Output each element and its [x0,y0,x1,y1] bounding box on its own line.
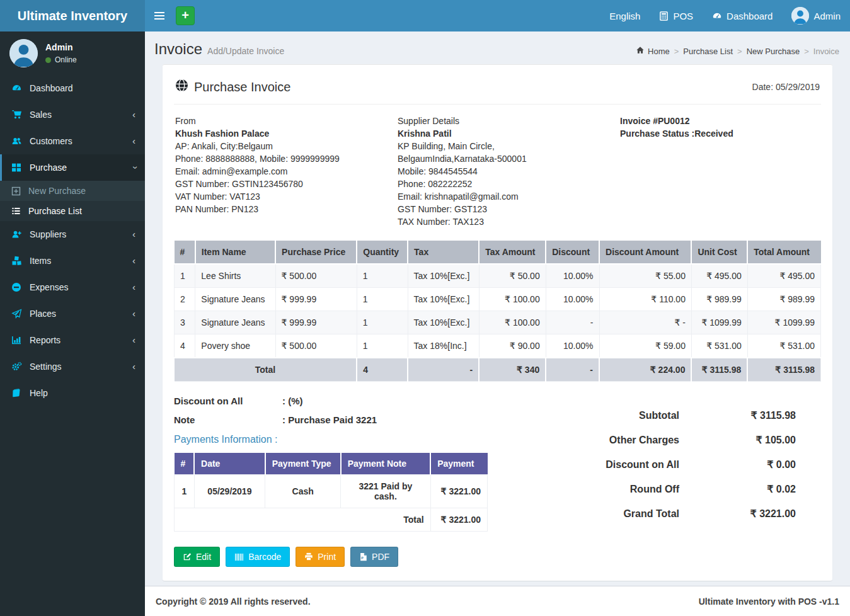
discount-on-all-line: Discount on All : (%) [174,396,537,406]
sidebar-item-expenses[interactable]: Expenses ‹ [0,274,145,300]
content-header: Invoice Add/Update Invoice Home > Purcha… [145,31,850,64]
items-total-row: Total 4 - ₹ 340 - ₹ 224.00 ₹ 3115.98 ₹ 3… [175,358,821,382]
sidebar-item-help[interactable]: Help [0,380,145,406]
note-line: Note : Purchase Paid 3221 [174,414,537,425]
plus-square-icon [11,186,21,196]
gauge-icon [11,83,23,93]
page-subtitle: Add/Update Invoice [207,46,284,56]
chevron-left-icon: ‹ [132,311,135,317]
action-buttons: Edit Barcode Print P PDF [174,547,821,567]
hamburger-icon [154,12,164,13]
sidebar-item-purchase[interactable]: Purchase ‹ [0,154,145,181]
supplier-name: Krishna Patil [398,127,620,140]
totals-summary: Subtotal ₹ 3115.98 Other Charges ₹ 105.0… [537,396,821,532]
avatar [9,39,38,67]
top-navbar: Ultimate Inventory + English POS [0,0,850,31]
summary-grand-total: Grand Total ₹ 3221.00 [537,501,796,526]
breadcrumb-home[interactable]: Home [636,46,670,56]
pdf-button[interactable]: P PDF [350,547,398,567]
chevron-down-icon: ‹ [131,166,137,169]
pos-link[interactable]: POS [650,0,703,31]
sidebar-menu: Dashboard Sales ‹ Customers ‹ Purchase ‹ [0,75,145,406]
grid-icon [11,163,23,173]
language-menu[interactable]: English [600,0,650,31]
chevron-left-icon: ‹ [132,258,135,264]
file-pdf-icon: P [359,552,367,561]
chevron-left-icon: ‹ [132,138,135,144]
bar-chart-icon [11,335,23,345]
payments-table: # Date Payment Type Payment Note Payment [174,453,488,532]
sidebar-user-name: Admin [45,42,77,52]
edit-button[interactable]: Edit [174,547,220,567]
invoice-meta: Invoice #PU0012 Purchase Status :Receive… [620,115,733,228]
sidebar-item-customers[interactable]: Customers ‹ [0,128,145,154]
sidebar-item-purchase-list[interactable]: Purchase List [0,201,145,221]
users-icon [11,136,23,146]
chevron-left-icon: ‹ [132,231,135,237]
gears-icon [11,362,23,372]
dashboard-link[interactable]: Dashboard [703,0,782,31]
invoice-number: Invoice #PU0012 [620,115,733,127]
quick-add-button[interactable]: + [176,6,195,25]
print-button[interactable]: Print [296,547,345,567]
sidebar-item-settings[interactable]: Settings ‹ [0,353,145,380]
sidebar-item-new-purchase[interactable]: New Purchase [0,181,145,201]
summary-discount-on-all: Discount on All ₹ 0.00 [537,452,796,477]
chevron-left-icon: ‹ [132,363,135,370]
app-window: Ultimate Inventory + English POS [0,0,850,616]
page-title: Invoice [154,40,202,58]
calculator-icon [659,11,669,21]
plus-icon: + [181,8,189,22]
home-icon [636,46,645,56]
cart-icon [11,110,23,120]
summary-round-off: Round Off ₹ 0.02 [537,477,796,501]
chevron-left-icon: ‹ [132,284,135,290]
sidebar-item-places[interactable]: Places ‹ [0,300,145,327]
breadcrumb: Home > Purchase List > New Purchase > In… [636,46,839,56]
table-row: 3 Signature Jeans ₹ 999.99 1 Tax 10%[Exc… [175,311,821,334]
chevron-left-icon: ‹ [132,111,135,118]
version-text: Ultimate Inventory with POS -v1.1 [699,596,839,607]
cubes-icon [11,256,23,266]
summary-subtotal: Subtotal ₹ 3115.98 [537,403,796,428]
pencil-square-icon [183,552,192,561]
purchase-status: Purchase Status :Received [620,127,733,140]
list-icon [11,207,21,216]
payments-table-header: # Date Payment Type Payment Note Payment [175,453,488,475]
sidebar-user-panel: Admin Online [0,31,145,75]
content-area: Invoice Add/Update Invoice Home > Purcha… [145,31,850,586]
chevron-left-icon: ‹ [132,337,135,343]
navbar-right-menu: English POS Dashboard [600,0,850,31]
sidebar-item-suppliers[interactable]: Suppliers ‹ [0,221,145,248]
user-plus-icon [11,229,23,239]
payments-total-row: Total ₹ 3221.00 [175,508,488,532]
minus-circle-icon [11,282,23,292]
table-row: 1 Lee Shirts ₹ 500.00 1 Tax 10%[Exc.] ₹ … [175,264,821,288]
table-row: 4 Povery shoe ₹ 500.00 1 Tax 18%[Inc.] ₹… [175,334,821,358]
purchase-submenu: New Purchase Purchase List [0,181,145,221]
breadcrumb-purchase-list[interactable]: Purchase List [683,47,733,56]
online-status-icon [45,57,51,63]
printer-icon [304,552,313,561]
globe-icon [175,79,188,95]
box-title: Purchase Invoice [194,80,290,94]
user-menu[interactable]: Admin [782,0,850,31]
svg-text:P: P [361,556,364,560]
sidebar-item-reports[interactable]: Reports ‹ [0,327,145,353]
from-details: From Khush Fashion Palace AP: Ankali, Ci… [175,115,398,228]
summary-other-charges: Other Charges ₹ 105.00 [537,428,796,452]
barcode-button[interactable]: Barcode [226,547,290,567]
dashboard-icon [712,11,722,21]
sidebar-toggle-button[interactable] [145,0,173,31]
table-row: 1 05/29/2019 Cash 3221 Paid by cash. ₹ 3… [175,475,488,508]
brand-logo[interactable]: Ultimate Inventory [0,0,145,31]
sidebar-item-sales[interactable]: Sales ‹ [0,101,145,128]
sidebar-item-items[interactable]: Items ‹ [0,248,145,274]
book-icon [11,388,23,398]
breadcrumb-new-purchase[interactable]: New Purchase [747,47,800,56]
items-table-header: # Item Name Purchase Price Quantity Tax … [175,241,821,264]
table-row: 2 Signature Jeans ₹ 999.99 1 Tax 10%[Exc… [175,288,821,311]
paper-plane-icon [11,309,23,319]
copyright-text: Copyright © 2019 All rights reserved. [156,596,311,607]
sidebar-item-dashboard[interactable]: Dashboard [0,75,145,101]
